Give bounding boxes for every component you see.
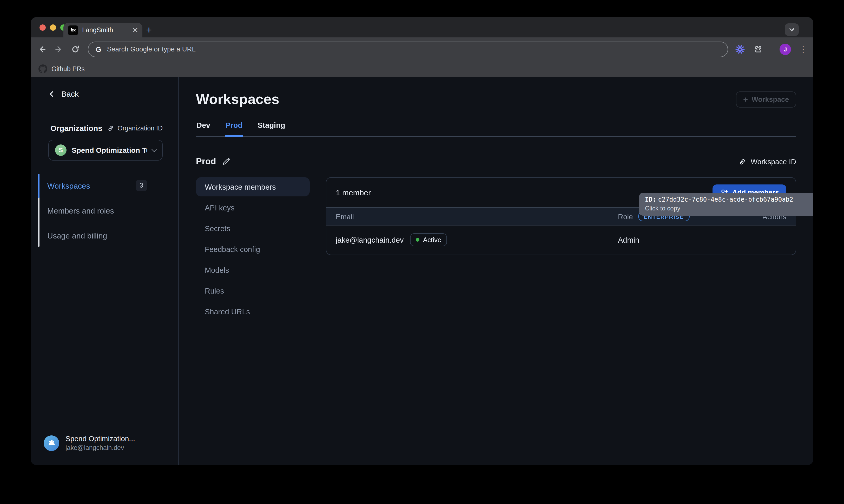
extensions-puzzle-icon[interactable] xyxy=(753,44,762,54)
tab-staging[interactable]: Staging xyxy=(257,120,286,136)
edit-pencil-icon[interactable] xyxy=(222,158,230,166)
organizations-heading: Organizations xyxy=(50,124,102,132)
settings-item-shared-urls[interactable]: Shared URLs xyxy=(196,302,310,321)
tooltip-hint: Click to copy xyxy=(645,205,807,212)
back-link[interactable]: Back xyxy=(31,77,178,111)
tab-dev[interactable]: Dev xyxy=(196,120,211,136)
forward-button[interactable] xyxy=(50,41,67,57)
settings-item-workspace-members[interactable]: Workspace members xyxy=(196,177,310,196)
tab-close-icon[interactable]: ✕ xyxy=(132,26,138,34)
status-badge: Active xyxy=(410,233,447,246)
screenshot-stage: LangSmith ✕ + G xyxy=(0,0,844,504)
member-role: Admin xyxy=(618,236,639,244)
new-workspace-button[interactable]: + Workspace xyxy=(736,91,796,108)
browser-toolbar: G Search Google or type a URL xyxy=(31,37,813,61)
sidebar-item-usage-and-billing[interactable]: Usage and billing xyxy=(31,223,178,248)
settings-item-secrets[interactable]: Secrets xyxy=(196,219,310,238)
langsmith-favicon-icon xyxy=(68,25,78,35)
workspace-id-value: c27dd32c-7c80-4e8c-acde-bfcb67a90ab2 xyxy=(658,196,793,203)
browser-tab-langsmith[interactable]: LangSmith ✕ xyxy=(64,23,142,37)
workspace-id-link[interactable]: Workspace ID xyxy=(739,158,796,166)
langsmith-app: Back Organizations Organization ID S Spe… xyxy=(31,77,813,465)
organization-avatar: S xyxy=(55,144,67,156)
sidebar-item-workspaces[interactable]: Workspaces 3 xyxy=(31,173,178,198)
chevron-down-icon xyxy=(789,26,794,31)
browser-window: LangSmith ✕ + G xyxy=(31,17,813,465)
back-button[interactable] xyxy=(34,41,50,57)
page-title: Workspaces xyxy=(196,91,279,108)
settings-item-models[interactable]: Models xyxy=(196,260,310,280)
organization-dropdown[interactable]: S Spend Optimization Tu... xyxy=(48,140,163,161)
members-card: 1 member Add members Email Role xyxy=(326,177,796,255)
active-dot-icon xyxy=(416,238,419,241)
close-window-button[interactable] xyxy=(39,24,46,31)
workspace-id-tooltip[interactable]: ID: c27dd32c-7c80-4e8c-acde-bfcb67a90ab2… xyxy=(639,193,813,216)
browser-menu-icon[interactable]: ⋮ xyxy=(799,45,807,53)
github-icon xyxy=(38,65,47,73)
workspace-name-heading: Prod xyxy=(196,156,216,167)
chevron-left-icon xyxy=(50,91,56,97)
new-tab-button[interactable]: + xyxy=(146,23,152,37)
plus-icon: + xyxy=(743,95,748,104)
member-email: jake@langchain.dev xyxy=(336,236,404,244)
chevron-down-icon xyxy=(151,147,157,152)
toolbar-divider xyxy=(771,45,771,53)
member-row: jake@langchain.dev Active Admin xyxy=(326,226,796,255)
minimize-window-button[interactable] xyxy=(50,24,56,31)
workspaces-count-badge: 3 xyxy=(136,180,147,191)
google-icon: G xyxy=(96,45,101,53)
reload-button[interactable] xyxy=(67,41,84,57)
tab-prod[interactable]: Prod xyxy=(225,120,243,136)
org-group-avatar xyxy=(44,435,59,451)
extension-spark-icon[interactable] xyxy=(735,44,745,54)
settings-sidebar: Back Organizations Organization ID S Spe… xyxy=(31,77,179,465)
workspace-settings-nav: Workspace members API keys Secrets Feedb… xyxy=(196,177,310,321)
bookmark-github-prs[interactable]: Github PRs xyxy=(51,65,85,72)
browser-tab-strip: LangSmith ✕ + xyxy=(31,17,813,37)
footer-org-name: Spend Optimization... xyxy=(66,434,135,443)
settings-item-api-keys[interactable]: API keys xyxy=(196,198,310,217)
address-bar[interactable]: G Search Google or type a URL xyxy=(88,41,728,57)
window-controls xyxy=(39,24,67,31)
workspaces-main: Workspaces + Workspace Dev Prod Staging xyxy=(179,77,813,465)
tab-search-chevron-button[interactable] xyxy=(785,23,799,36)
environment-tabs: Dev Prod Staging xyxy=(196,120,796,137)
column-role: Role xyxy=(618,212,633,220)
sidebar-account-footer[interactable]: Spend Optimization... jake@langchain.dev xyxy=(31,434,178,465)
sidebar-item-members-and-roles[interactable]: Members and roles xyxy=(31,198,178,223)
link-icon xyxy=(107,124,114,132)
link-icon xyxy=(739,158,747,165)
column-email: Email xyxy=(336,212,618,220)
tab-title: LangSmith xyxy=(82,26,128,34)
footer-email: jake@langchain.dev xyxy=(66,444,135,451)
organization-id-link[interactable]: Organization ID xyxy=(107,124,163,132)
settings-item-rules[interactable]: Rules xyxy=(196,281,310,300)
address-bar-placeholder: Search Google or type a URL xyxy=(107,45,196,53)
nav-rail-active xyxy=(38,174,39,198)
profile-avatar[interactable]: J xyxy=(779,43,791,55)
settings-item-feedback-config[interactable]: Feedback config xyxy=(196,239,310,259)
member-count: 1 member xyxy=(336,188,371,197)
bookmarks-bar: Github PRs xyxy=(31,61,813,77)
sidebar-nav: Workspaces 3 Members and roles Usage and… xyxy=(31,173,178,248)
